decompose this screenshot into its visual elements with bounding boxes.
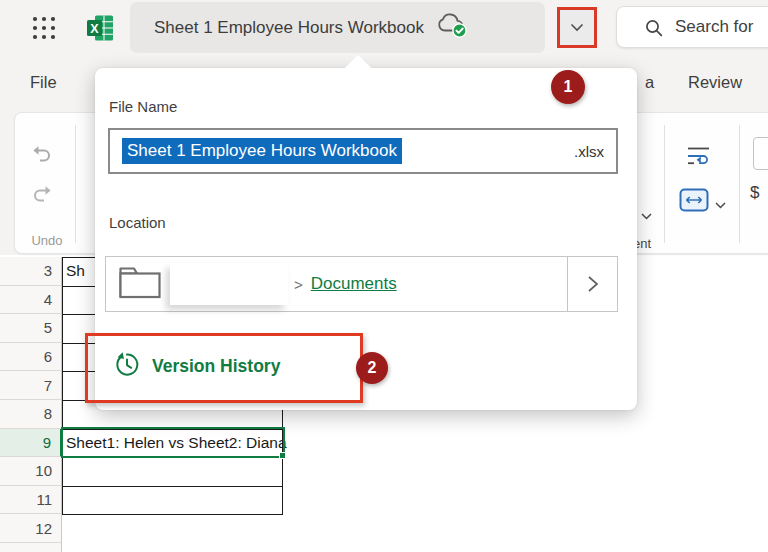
version-history-button[interactable]: Version History (113, 349, 280, 383)
documents-link[interactable]: Documents (311, 274, 397, 294)
document-title: Sheet 1 Employee Hours Workbook (154, 18, 424, 38)
redacted-breadcrumb-item (170, 263, 288, 305)
undo-group-label: Undo (24, 233, 70, 248)
file-name-input[interactable]: Sheet 1 Employee Hours Workbook .xlsx (108, 128, 618, 174)
undo-arrow-icon (30, 143, 54, 165)
search-placeholder: Search for (675, 17, 753, 37)
cell-border-line (62, 486, 283, 487)
svg-text:X: X (90, 22, 99, 36)
menu-tab-file[interactable]: File (30, 73, 57, 99)
annotation-step-2: 2 (356, 352, 388, 384)
row-header-3[interactable]: 3 (0, 257, 62, 286)
redo-button[interactable] (27, 179, 57, 209)
open-location-button[interactable] (567, 257, 617, 311)
row-header-13[interactable]: 13 (0, 543, 62, 552)
row-header-4[interactable]: 4 (0, 286, 62, 315)
number-format-dropdown[interactable] (753, 137, 768, 170)
row-header-5[interactable]: 5 (0, 314, 62, 343)
merge-cells-button[interactable] (679, 185, 709, 215)
wrap-text-button[interactable] (683, 141, 713, 171)
search-input[interactable]: Search for (616, 6, 768, 48)
menu-tab-review[interactable]: Review (688, 73, 742, 99)
folder-icon (118, 264, 162, 304)
cell-border-line (62, 429, 283, 430)
alignment-dropdown-chevron-icon[interactable] (641, 206, 652, 224)
chevron-down-icon (570, 23, 584, 32)
title-dropdown-chevron-button[interactable] (557, 7, 597, 48)
fill-handle[interactable] (279, 452, 286, 459)
location-label: Location (109, 214, 166, 231)
merge-cells-icon (679, 188, 709, 212)
row-header-6[interactable]: 6 (0, 343, 62, 372)
version-history-icon (113, 351, 140, 382)
excel-logo-icon[interactable]: X (85, 13, 115, 43)
breadcrumb-separator: > (294, 276, 303, 293)
search-icon (645, 19, 663, 41)
redo-arrow-icon (30, 183, 54, 205)
annotation-step-1: 1 (551, 70, 585, 104)
chevron-right-icon (587, 275, 599, 293)
row-header-11[interactable]: 11 (0, 486, 62, 515)
file-extension: .xlsx (574, 143, 604, 160)
row-header-10[interactable]: 10 (0, 457, 62, 486)
cell-A3[interactable]: Sh (66, 262, 85, 280)
undo-button[interactable] (27, 139, 57, 169)
ribbon-group-divider (75, 125, 76, 243)
saved-to-cloud-icon (436, 12, 468, 43)
file-name-label: File Name (109, 98, 177, 115)
file-name-value-selected: Sheet 1 Employee Hours Workbook (122, 138, 402, 164)
excel-web-window: X Sheet 1 Employee Hours Workbook Search… (0, 0, 768, 552)
row-header-8[interactable]: 8 (0, 400, 62, 429)
document-title-pill[interactable]: Sheet 1 Employee Hours Workbook (130, 2, 545, 53)
cell-border-line (62, 457, 283, 458)
cell-A9[interactable]: Sheet1: Helen vs Sheet2: Diana (66, 434, 287, 452)
accounting-format-button[interactable]: $ (750, 183, 759, 203)
menu-tab-data-partial[interactable]: a (645, 73, 654, 99)
ribbon-group-divider (664, 125, 665, 243)
row-header-7[interactable]: 7 (0, 371, 62, 400)
ribbon-group-divider (739, 125, 740, 243)
row-header-9[interactable]: 9 (0, 429, 62, 458)
version-history-label: Version History (152, 356, 280, 377)
row-header-12[interactable]: 12 (0, 514, 62, 543)
app-launcher-waffle-icon[interactable] (31, 15, 57, 41)
location-breadcrumb-box: > Documents (105, 256, 618, 312)
wrap-text-icon (686, 145, 711, 167)
merge-dropdown-chevron-icon[interactable] (715, 195, 726, 213)
